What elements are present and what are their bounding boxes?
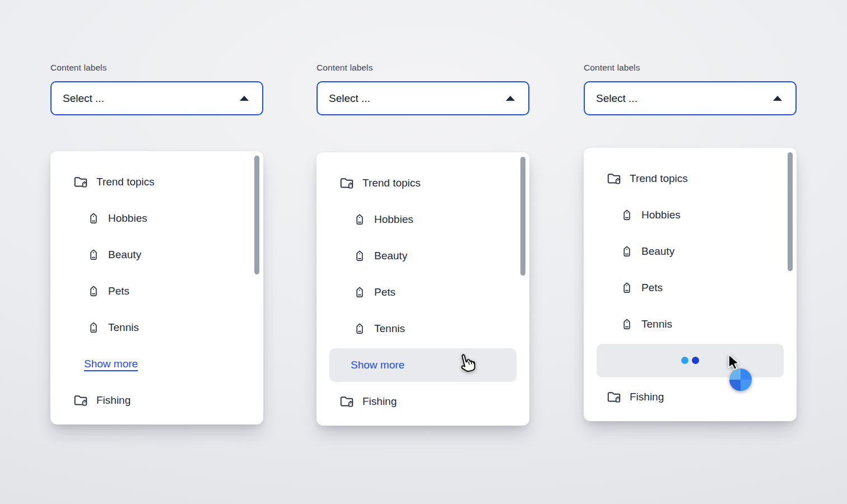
- dropdown-list: Trend topics Hobbies Beauty Pets Tennis …: [50, 151, 263, 418]
- folder-tag-icon: [73, 174, 96, 190]
- tag-icon: [87, 212, 108, 225]
- select-value: Select ...: [596, 92, 637, 105]
- item-label: Fishing: [630, 391, 664, 403]
- caret-up-icon: [506, 96, 515, 101]
- item-label: Beauty: [374, 250, 407, 262]
- dropdown-list: Trend topics Hobbies Beauty Pets Tennis: [584, 148, 797, 415]
- item-label: Beauty: [108, 249, 141, 261]
- show-more-button-hovered[interactable]: Show more: [329, 348, 516, 382]
- field-label: Content labels: [317, 63, 529, 73]
- item-label: Tennis: [641, 318, 672, 330]
- show-more-loading-indicator: [597, 344, 784, 377]
- tag-icon: [353, 286, 374, 299]
- show-more-row: Show more: [317, 347, 529, 383]
- show-more-link: Show more: [351, 359, 404, 371]
- list-item-fishing[interactable]: Fishing: [317, 383, 529, 419]
- item-label: Trend topics: [362, 177, 421, 189]
- list-item-tennis[interactable]: Tennis: [317, 310, 529, 347]
- item-label: Fishing: [96, 394, 131, 407]
- list-item-beauty[interactable]: Beauty: [317, 237, 529, 274]
- list-item-tennis[interactable]: Tennis: [50, 309, 263, 346]
- tag-icon: [353, 322, 374, 335]
- scrollbar-thumb[interactable]: [788, 152, 793, 271]
- folder-tag-icon: [606, 389, 630, 405]
- list-item-hobbies[interactable]: Hobbies: [317, 201, 529, 237]
- list-item-hobbies[interactable]: Hobbies: [50, 200, 263, 236]
- scrollbar-thumb[interactable]: [520, 157, 525, 276]
- item-label: Trend topics: [630, 172, 688, 185]
- list-item-beauty[interactable]: Beauty: [584, 233, 797, 269]
- tag-icon: [620, 208, 641, 222]
- item-label: Pets: [108, 285, 129, 297]
- folder-tag-icon: [339, 175, 362, 191]
- list-item-fishing[interactable]: Fishing: [50, 382, 263, 418]
- list-item-tennis[interactable]: Tennis: [584, 306, 797, 342]
- item-label: Tennis: [108, 321, 139, 334]
- list-item-trend-topics[interactable]: Trend topics: [50, 164, 263, 200]
- item-label: Fishing: [362, 395, 397, 408]
- tag-icon: [87, 248, 108, 262]
- caret-up-icon: [240, 96, 249, 101]
- field-label: Content labels: [50, 63, 263, 73]
- caret-up-icon: [773, 96, 782, 101]
- list-item-pets[interactable]: Pets: [584, 269, 797, 306]
- content-labels-widget-3: Content labels Select ... Trend topics H…: [584, 63, 797, 421]
- list-item-trend-topics[interactable]: Trend topics: [584, 160, 797, 197]
- item-label: Pets: [641, 282, 663, 294]
- tag-icon: [353, 249, 374, 263]
- dropdown-list: Trend topics Hobbies Beauty Pets Tennis …: [317, 152, 529, 419]
- list-item-trend-topics[interactable]: Trend topics: [317, 165, 529, 201]
- field-label: Content labels: [584, 63, 797, 73]
- tag-icon: [620, 281, 641, 295]
- item-label: Hobbies: [108, 212, 147, 225]
- list-item-hobbies[interactable]: Hobbies: [584, 197, 797, 233]
- content-labels-widget-2: Content labels Select ... Trend topics H…: [317, 63, 529, 426]
- list-item-pets[interactable]: Pets: [50, 273, 263, 309]
- tag-icon: [87, 321, 108, 334]
- show-more-row: [584, 342, 797, 379]
- tag-icon: [620, 245, 641, 258]
- content-labels-select[interactable]: Select ...: [317, 81, 529, 115]
- scrollbar-thumb[interactable]: [254, 156, 259, 274]
- item-label: Hobbies: [641, 209, 681, 221]
- tag-icon: [87, 284, 108, 298]
- show-more-row: Show more: [50, 346, 263, 382]
- dropdown-panel: Trend topics Hobbies Beauty Pets Tennis …: [50, 151, 263, 424]
- select-value: Select ...: [329, 92, 370, 105]
- folder-tag-icon: [73, 393, 96, 408]
- folder-tag-icon: [606, 171, 630, 186]
- item-label: Tennis: [374, 323, 405, 335]
- item-label: Beauty: [641, 245, 674, 258]
- content-labels-widget-1: Content labels Select ... Trend topics H…: [50, 63, 263, 424]
- tag-icon: [620, 318, 641, 331]
- list-item-pets[interactable]: Pets: [317, 274, 529, 310]
- folder-tag-icon: [339, 394, 362, 409]
- loading-dots-icon: [681, 357, 699, 364]
- tag-icon: [353, 213, 374, 226]
- item-label: Pets: [374, 286, 395, 298]
- dropdown-panel: Trend topics Hobbies Beauty Pets Tennis: [584, 148, 797, 421]
- list-item-fishing[interactable]: Fishing: [584, 379, 797, 415]
- dropdown-panel: Trend topics Hobbies Beauty Pets Tennis …: [317, 152, 529, 426]
- list-item-beauty[interactable]: Beauty: [50, 236, 263, 273]
- select-value: Select ...: [63, 92, 104, 105]
- show-more-link[interactable]: Show more: [84, 358, 138, 370]
- item-label: Trend topics: [96, 176, 155, 188]
- item-label: Hobbies: [374, 213, 413, 226]
- content-labels-select[interactable]: Select ...: [50, 81, 263, 115]
- content-labels-select[interactable]: Select ...: [584, 81, 797, 115]
